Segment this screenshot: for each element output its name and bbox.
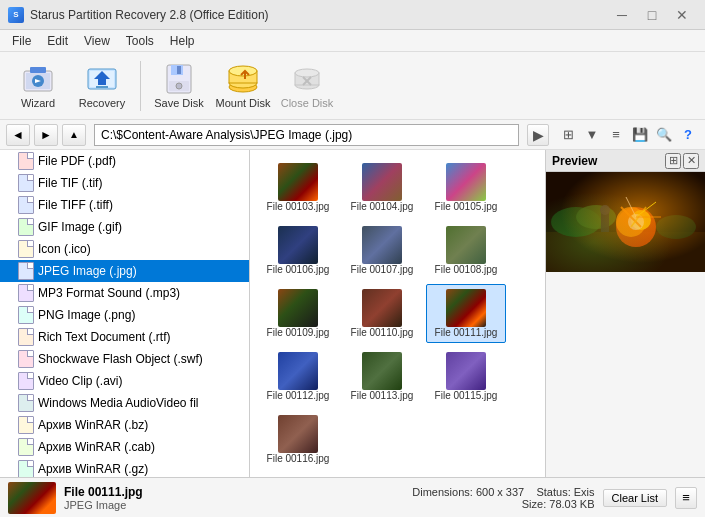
tree-label-jpg: JPEG Image (.jpg) [38,264,137,278]
file-item-00112[interactable]: File 00112.jpg [258,347,338,406]
tree-label-swf: Shockwave Flash Object (.swf) [38,352,203,366]
preview-close-button[interactable]: ✕ [683,153,699,169]
gif-icon [18,218,34,236]
recovery-button[interactable]: Recovery [72,57,132,115]
file-label-00115: File 00115.jpg [435,390,498,401]
file-label-00109: File 00109.jpg [267,327,330,338]
file-item-00107[interactable]: File 00107.jpg [342,221,422,280]
status-bar: File 00111.jpg JPEG Image Dimensions: 60… [0,477,705,517]
file-thumb-00109 [278,289,318,327]
tree-item-gz[interactable]: Архив WinRAR (.gz) [0,458,249,477]
file-item-00115[interactable]: File 00115.jpg [426,347,506,406]
tif-icon [18,174,34,192]
list-view-button[interactable]: ≡ [675,487,697,509]
tree-label-pdf: File PDF (.pdf) [38,154,116,168]
swf-icon [18,350,34,368]
file-item-00105[interactable]: File 00105.jpg [426,158,506,217]
file-label-00105: File 00105.jpg [435,201,498,212]
close-disk-button[interactable]: Close Disk [277,57,337,115]
preview-image [546,172,705,272]
file-thumb-00108 [446,226,486,264]
tree-item-gif[interactable]: GIF Image (.gif) [0,216,249,238]
file-item-00116[interactable]: File 00116.jpg [258,410,338,469]
tree-item-tif[interactable]: File TIF (.tif) [0,172,249,194]
tree-item-wma[interactable]: Windows Media AudioVideo fil [0,392,249,414]
title-bar-controls: ─ □ ✕ [607,5,697,25]
up-button[interactable]: ▲ [62,124,86,146]
close-disk-label: Close Disk [281,97,334,109]
tree-item-cab[interactable]: Архив WinRAR (.cab) [0,436,249,458]
menu-file[interactable]: File [4,32,39,50]
tree-item-ico[interactable]: Icon (.ico) [0,238,249,260]
title-bar-left: S Starus Partition Recovery 2.8 (Office … [8,7,269,23]
preview-expand-button[interactable]: ⊞ [665,153,681,169]
pdf-icon [18,152,34,170]
status-right: Clear List ≡ [603,487,697,509]
tree-item-swf[interactable]: Shockwave Flash Object (.swf) [0,348,249,370]
file-label-00112: File 00112.jpg [267,390,330,401]
file-item-00104[interactable]: File 00104.jpg [342,158,422,217]
tree-item-mp3[interactable]: MP3 Format Sound (.mp3) [0,282,249,304]
mount-disk-button[interactable]: Mount Disk [213,57,273,115]
gz-icon [18,460,34,477]
tree-item-png[interactable]: PNG Image (.png) [0,304,249,326]
toolbar-separator-1 [140,61,141,111]
filter-button[interactable]: ▼ [581,124,603,146]
status-thumb-inner [8,482,56,514]
file-grid: File 00103.jpg File 00104.jpg File 00105… [250,150,545,477]
file-item-00109[interactable]: File 00109.jpg [258,284,338,343]
tree-item-pdf[interactable]: File PDF (.pdf) [0,150,249,172]
save-button[interactable]: 💾 [629,124,651,146]
back-button[interactable]: ◄ [6,124,30,146]
file-thumb-00104 [362,163,402,201]
clear-list-button[interactable]: Clear List [603,489,667,507]
nav-right-buttons: ⊞ ▼ ≡ 💾 🔍 ? [557,124,699,146]
tree-item-jpg[interactable]: JPEG Image (.jpg) [0,260,249,282]
file-item-00103[interactable]: File 00103.jpg [258,158,338,217]
tree-label-wma: Windows Media AudioVideo fil [38,396,199,410]
status-details: Dimensions: 600 x 337 Status: Exis Size:… [412,486,594,510]
svg-point-19 [295,69,319,77]
maximize-button[interactable]: □ [637,5,667,25]
file-item-00110[interactable]: File 00110.jpg [342,284,422,343]
close-disk-icon [291,63,323,95]
preview-panel: Preview ⊞ ✕ [545,150,705,477]
file-item-00108[interactable]: File 00108.jpg [426,221,506,280]
wizard-button[interactable]: Wizard [8,57,68,115]
window-title: Starus Partition Recovery 2.8 (Office Ed… [30,8,269,22]
file-label-00110: File 00110.jpg [351,327,414,338]
forward-button[interactable]: ► [34,124,58,146]
help-button[interactable]: ? [677,124,699,146]
file-item-00113[interactable]: File 00113.jpg [342,347,422,406]
menu-tools[interactable]: Tools [118,32,162,50]
path-bar[interactable]: C:\$Content-Aware Analysis\JPEG Image (.… [94,124,519,146]
tiff-icon [18,196,34,214]
status-info: File 00111.jpg JPEG Image [64,485,404,511]
tree-label-tiff: File TIFF (.tiff) [38,198,113,212]
tree-item-bz[interactable]: Архив WinRAR (.bz) [0,414,249,436]
right-panel[interactable]: File 00103.jpg File 00104.jpg File 00105… [250,150,545,477]
menu-help[interactable]: Help [162,32,203,50]
tree-item-rtf[interactable]: Rich Text Document (.rtf) [0,326,249,348]
file-thumb-00110 [362,289,402,327]
status-status-text: Status: Exis [536,486,594,498]
file-label-00113: File 00113.jpg [351,390,414,401]
menu-edit[interactable]: Edit [39,32,76,50]
layout-button[interactable]: ≡ [605,124,627,146]
file-thumb-00113 [362,352,402,390]
view-toggle-button[interactable]: ⊞ [557,124,579,146]
minimize-button[interactable]: ─ [607,5,637,25]
go-button[interactable]: ▶ [527,124,549,146]
save-disk-button[interactable]: Save Disk [149,57,209,115]
save-disk-label: Save Disk [154,97,204,109]
file-item-00106[interactable]: File 00106.jpg [258,221,338,280]
menu-view[interactable]: View [76,32,118,50]
search-button[interactable]: 🔍 [653,124,675,146]
recovery-icon [86,63,118,95]
close-button[interactable]: ✕ [667,5,697,25]
tree-item-avi[interactable]: Video Clip (.avi) [0,370,249,392]
file-item-00111[interactable]: File 00111.jpg [426,284,506,343]
cab-icon [18,438,34,456]
rtf-icon [18,328,34,346]
tree-item-tiff[interactable]: File TIFF (.tiff) [0,194,249,216]
